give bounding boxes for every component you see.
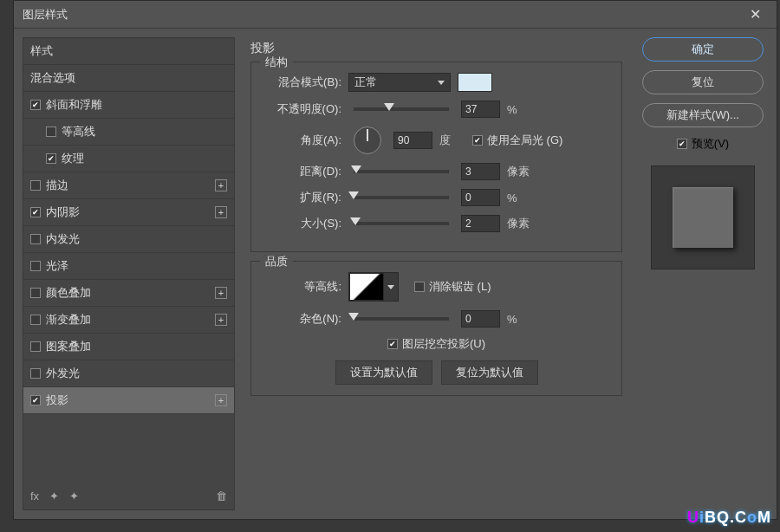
opacity-unit: % <box>507 103 533 116</box>
antialias-checkbox[interactable]: 消除锯齿 (L) <box>414 279 491 295</box>
right-panel: 确定 复位 新建样式(W)... 预览(V) <box>638 37 768 510</box>
noise-row: 杂色(N): 0 % <box>263 310 609 328</box>
noise-label: 杂色(N): <box>263 311 341 327</box>
checkbox-icon <box>677 139 687 149</box>
layer-style-dialog: 图层样式 ✕ 样式 混合选项 斜面和浮雕 等高线 纹理 描边 + <box>13 0 777 520</box>
sidebar-item-label: 投影 <box>46 393 68 408</box>
sidebar-item-label: 光泽 <box>46 258 68 274</box>
sidebar-item-label: 颜色叠加 <box>46 285 91 301</box>
preview-checkbox[interactable]: 预览(V) <box>677 136 729 152</box>
plus-icon[interactable]: + <box>215 394 227 406</box>
sidebar-item-bevel[interactable]: 斜面和浮雕 <box>23 92 234 119</box>
spread-slider[interactable] <box>354 196 449 199</box>
titlebar: 图层样式 ✕ <box>14 1 777 29</box>
preview-area <box>651 165 755 269</box>
angle-unit: 度 <box>439 133 465 148</box>
dialog-title: 图层样式 <box>23 7 742 23</box>
reset-default-button[interactable]: 复位为默认值 <box>441 360 538 385</box>
size-row: 大小(S): 2 像素 <box>263 215 609 232</box>
size-slider[interactable] <box>354 222 449 225</box>
sidebar-item-texture[interactable]: 纹理 <box>23 146 234 172</box>
contour-preview <box>349 273 384 301</box>
checkbox-icon[interactable] <box>30 288 41 298</box>
sidebar-item-contour[interactable]: 等高线 <box>23 119 234 146</box>
size-label: 大小(S): <box>263 216 341 231</box>
sidebar-item-label: 等高线 <box>62 124 95 139</box>
checkbox-icon[interactable] <box>30 234 41 244</box>
noise-slider[interactable] <box>354 317 449 321</box>
distance-input[interactable]: 3 <box>461 163 500 180</box>
plus-icon[interactable]: + <box>215 179 227 191</box>
angle-label: 角度(A): <box>263 133 341 148</box>
contour-row: 等高线: 消除锯齿 (L) <box>263 272 609 302</box>
spread-input[interactable]: 0 <box>461 189 500 206</box>
angle-input[interactable]: 90 <box>393 132 432 149</box>
chevron-down-icon[interactable] <box>384 273 398 301</box>
arrow-down-icon[interactable]: ✦ <box>69 490 79 503</box>
panel-title: 投影 <box>250 41 622 56</box>
set-default-button[interactable]: 设置为默认值 <box>335 360 432 385</box>
sidebar-footer: fx ✦ ✦ 🗑 <box>23 483 234 509</box>
distance-unit: 像素 <box>507 164 533 179</box>
new-style-button[interactable]: 新建样式(W)... <box>642 103 764 127</box>
sidebar-item-label: 斜面和浮雕 <box>46 97 102 113</box>
checkbox-icon[interactable] <box>30 180 41 191</box>
checkbox-icon <box>414 282 425 292</box>
noise-input[interactable]: 0 <box>461 310 500 328</box>
sidebar-item-label: 内阴影 <box>46 204 80 220</box>
distance-slider[interactable] <box>354 170 449 173</box>
global-light-checkbox[interactable]: 使用全局光 (G) <box>472 133 562 148</box>
checkbox-icon <box>472 135 483 146</box>
sidebar-item-inner-glow[interactable]: 内发光 <box>23 226 234 253</box>
opacity-slider[interactable] <box>354 107 449 111</box>
sidebar-item-pattern-overlay[interactable]: 图案叠加 <box>23 334 234 360</box>
group-label-quality: 品质 <box>260 254 293 269</box>
plus-icon[interactable]: + <box>215 287 227 299</box>
plus-icon[interactable]: + <box>215 206 227 218</box>
settings-panel: 投影 结构 混合模式(B): 正常 不透明度(O): 37 % 角度(A): <box>244 37 629 510</box>
size-input[interactable]: 2 <box>461 215 500 232</box>
quality-group: 品质 等高线: 消除锯齿 (L) 杂色(N): 0 <box>250 261 622 396</box>
checkbox-icon[interactable] <box>46 127 56 137</box>
sidebar-item-outer-glow[interactable]: 外发光 <box>23 360 234 387</box>
sidebar-item-gradient-overlay[interactable]: 渐变叠加 + <box>23 307 234 334</box>
color-swatch[interactable] <box>458 73 492 92</box>
sidebar-item-stroke[interactable]: 描边 + <box>23 172 234 199</box>
knockout-row: 图层挖空投影(U) <box>263 336 609 352</box>
checkbox-icon[interactable] <box>30 368 41 379</box>
trash-icon[interactable]: 🗑 <box>216 490 227 503</box>
sidebar-item-color-overlay[interactable]: 颜色叠加 + <box>23 280 234 307</box>
sidebar-heading-blend[interactable]: 混合选项 <box>23 65 234 92</box>
noise-unit: % <box>507 313 533 326</box>
contour-picker[interactable] <box>348 272 399 302</box>
checkbox-icon[interactable] <box>46 153 56 164</box>
checkbox-icon <box>387 339 398 349</box>
cancel-button[interactable]: 复位 <box>642 70 764 94</box>
preview-swatch <box>673 187 733 248</box>
checkbox-icon[interactable] <box>30 395 41 405</box>
knockout-checkbox[interactable]: 图层挖空投影(U) <box>387 336 485 352</box>
sidebar-item-drop-shadow[interactable]: 投影 + <box>23 387 234 414</box>
ok-button[interactable]: 确定 <box>642 37 764 62</box>
sidebar-item-label: 渐变叠加 <box>46 312 91 328</box>
checkbox-icon[interactable] <box>30 341 41 352</box>
sidebar-heading-styles[interactable]: 样式 <box>23 38 234 65</box>
checkbox-icon[interactable] <box>30 100 41 110</box>
watermark: UiBQ.CoM <box>687 509 771 527</box>
sidebar-item-inner-shadow[interactable]: 内阴影 + <box>23 199 234 226</box>
angle-dial[interactable] <box>354 127 381 154</box>
blend-mode-select[interactable]: 正常 <box>348 73 451 92</box>
plus-icon[interactable]: + <box>215 314 227 326</box>
sidebar-item-satin[interactable]: 光泽 <box>23 253 234 280</box>
sidebar-item-label: 内发光 <box>46 231 80 247</box>
checkbox-icon[interactable] <box>30 207 41 217</box>
sidebar-item-label: 图案叠加 <box>46 339 91 354</box>
checkbox-icon[interactable] <box>30 315 41 325</box>
fx-icon[interactable]: fx <box>30 490 39 503</box>
arrow-up-icon[interactable]: ✦ <box>49 490 59 503</box>
distance-row: 距离(D): 3 像素 <box>263 163 609 180</box>
sidebar-item-label: 描边 <box>46 178 68 193</box>
checkbox-icon[interactable] <box>30 261 41 271</box>
opacity-input[interactable]: 37 <box>461 101 500 118</box>
close-icon[interactable]: ✕ <box>742 2 768 28</box>
